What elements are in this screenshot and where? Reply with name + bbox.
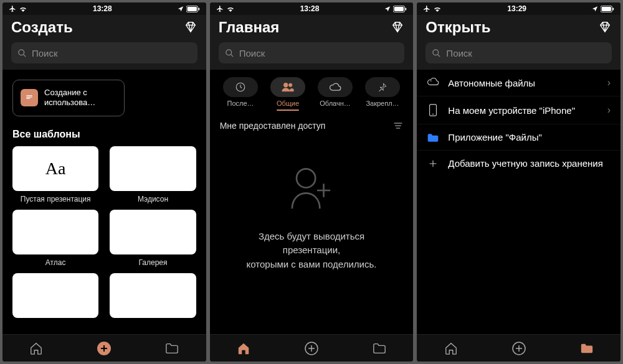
tab-home[interactable] xyxy=(28,340,44,357)
phone-icon xyxy=(429,104,437,116)
plus-icon xyxy=(428,159,438,169)
filter-label: Закрепл… xyxy=(361,100,404,107)
tab-bar xyxy=(417,334,621,362)
status-time: 13:28 xyxy=(93,4,112,13)
promo-card[interactable]: Создание с использова… xyxy=(12,80,125,116)
empty-state: Здесь будут выводиться презентации, кото… xyxy=(210,164,414,271)
location-device[interactable]: На моем устройстве "iPhone" › xyxy=(417,96,621,124)
svg-rect-18 xyxy=(612,7,614,10)
pin-icon xyxy=(378,82,388,92)
status-bar: 13:28 xyxy=(2,2,206,15)
svg-point-22 xyxy=(432,113,434,114)
template-item[interactable]: Галерея xyxy=(110,210,196,267)
location-icon xyxy=(384,6,391,12)
search-input[interactable]: Поиск xyxy=(219,42,405,63)
page-title: Главная xyxy=(219,19,280,36)
filter-recent[interactable]: После… xyxy=(219,77,262,111)
svg-point-3 xyxy=(19,49,24,55)
tab-bar xyxy=(210,334,414,362)
location-label: На моем устройстве "iPhone" xyxy=(448,105,575,116)
status-bar: 13:28 xyxy=(210,2,414,15)
status-time: 13:28 xyxy=(300,4,320,13)
tab-open[interactable] xyxy=(164,340,180,357)
location-label: Добавить учетную запись хранения xyxy=(448,158,603,169)
screen-open: 13:29 Открыть Поиск Автономные файлы › Н… xyxy=(417,2,621,362)
tab-home[interactable] xyxy=(235,340,252,357)
svg-rect-2 xyxy=(198,7,199,10)
content: После… Общие Облачн… Закрепл… Мне предос… xyxy=(210,70,414,334)
svg-rect-8 xyxy=(406,7,407,10)
search-placeholder: Поиск xyxy=(32,48,58,58)
search-icon xyxy=(225,49,234,58)
template-item[interactable]: AaПустая презентация xyxy=(12,146,98,203)
page-title: Открыть xyxy=(426,19,490,36)
svg-rect-7 xyxy=(394,7,404,11)
location-offline[interactable]: Автономные файлы › xyxy=(417,70,621,96)
template-grid: AaПустая презентация Мэдисон Атлас Галер… xyxy=(2,146,206,330)
template-thumb: Aa xyxy=(12,146,98,191)
filter-label: Облачн… xyxy=(314,100,356,107)
template-item[interactable] xyxy=(110,273,196,330)
filter-label: Общие xyxy=(267,100,309,107)
template-item[interactable]: Мэдисон xyxy=(110,146,196,203)
battery-icon xyxy=(393,6,407,12)
sort-icon[interactable] xyxy=(393,121,403,130)
airplane-icon xyxy=(216,5,224,12)
template-label xyxy=(110,322,196,330)
template-label: Пустая презентация xyxy=(12,195,98,203)
svg-point-13 xyxy=(289,83,292,86)
svg-point-9 xyxy=(226,49,232,55)
clock-icon xyxy=(235,82,246,93)
location-files-app[interactable]: Приложение "Файлы" xyxy=(417,124,621,150)
filter-cloud[interactable]: Облачн… xyxy=(314,77,356,111)
chevron-right-icon: › xyxy=(607,77,611,88)
search-placeholder: Поиск xyxy=(446,48,472,58)
tab-create[interactable] xyxy=(303,340,320,357)
tab-home[interactable] xyxy=(443,340,459,357)
premium-icon[interactable] xyxy=(391,21,404,34)
status-time: 13:29 xyxy=(507,4,526,13)
premium-icon[interactable] xyxy=(598,21,612,34)
filter-row: После… Общие Облачн… Закрепл… xyxy=(210,70,414,113)
screen-create: 13:28 Создать Поиск Создание с использов… xyxy=(2,2,206,362)
promo-text: Создание с использова… xyxy=(44,88,95,108)
tab-create[interactable] xyxy=(96,340,112,357)
template-thumb xyxy=(110,210,196,254)
folder-blue-icon xyxy=(427,133,439,142)
search-wrap: Поиск xyxy=(2,42,206,70)
template-thumb xyxy=(110,146,196,191)
premium-icon[interactable] xyxy=(184,21,197,34)
tab-open[interactable] xyxy=(371,340,388,357)
chevron-right-icon: › xyxy=(607,105,611,116)
template-label xyxy=(12,322,98,330)
cloud-icon xyxy=(329,83,341,91)
page-title: Создать xyxy=(11,19,73,36)
template-item[interactable] xyxy=(12,273,98,330)
svg-rect-1 xyxy=(187,7,196,11)
shared-header-row: Мне предоставлен доступ xyxy=(210,113,414,138)
people-icon xyxy=(282,82,294,92)
tab-create[interactable] xyxy=(511,340,527,357)
search-icon xyxy=(432,49,441,58)
search-icon xyxy=(17,49,27,58)
location-icon xyxy=(178,6,184,12)
section-title: Все шаблоны xyxy=(2,126,206,146)
location-label: Приложение "Файлы" xyxy=(448,132,541,142)
search-input[interactable]: Поиск xyxy=(426,42,612,63)
template-item[interactable]: Атлас xyxy=(12,210,98,267)
location-add-account[interactable]: Добавить учетную запись хранения xyxy=(417,150,621,176)
cloud-offline-icon xyxy=(427,78,439,88)
airplane-icon xyxy=(423,5,430,12)
tab-open[interactable] xyxy=(579,340,595,357)
location-label: Автономные файлы xyxy=(448,78,535,88)
svg-line-4 xyxy=(23,54,26,57)
filter-shared[interactable]: Общие xyxy=(267,77,309,111)
search-input[interactable]: Поиск xyxy=(11,42,197,63)
battery-icon xyxy=(186,6,200,12)
location-icon xyxy=(592,6,598,12)
search-wrap: Поиск xyxy=(417,42,621,70)
template-thumb xyxy=(110,273,196,318)
screen-home: 13:28 Главная Поиск После… Общие xyxy=(210,2,414,362)
header: Главная xyxy=(210,15,414,42)
filter-pinned[interactable]: Закрепл… xyxy=(361,77,404,111)
